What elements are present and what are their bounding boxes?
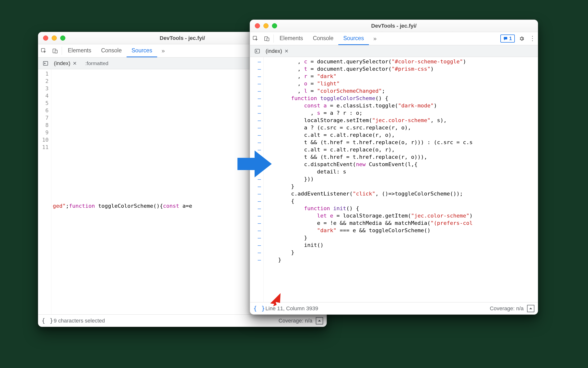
- zoom-window-button[interactable]: [272, 23, 277, 28]
- zoom-window-button[interactable]: [60, 35, 65, 41]
- file-tab-label: (index): [54, 60, 70, 67]
- minimize-window-button[interactable]: [263, 23, 269, 28]
- issues-count: 1: [509, 36, 512, 41]
- blue-arrow-annotation: [237, 148, 272, 180]
- tab-sources[interactable]: Sources: [127, 44, 157, 57]
- tab-console[interactable]: Console: [96, 44, 127, 57]
- status-bar: { } Line 11, Column 3939 Coverage: n/a: [250, 302, 538, 314]
- more-tabs-button[interactable]: »: [369, 32, 381, 45]
- open-files-bar: (index) ✕: [250, 45, 538, 57]
- red-arrow-annotation: [268, 292, 283, 306]
- titlebar: DevTools - jec.fyi/: [250, 20, 538, 32]
- tab-elements[interactable]: Elements: [63, 44, 96, 57]
- file-tab-index[interactable]: (index) ✕: [50, 58, 80, 69]
- device-toggle-icon[interactable]: [261, 32, 272, 45]
- status-bar: { } 9 characters selected Coverage: n/a: [38, 314, 327, 327]
- svg-rect-2: [55, 50, 57, 53]
- devtools-window-right: DevTools - jec.fyi/ Elements Console Sou…: [250, 20, 538, 315]
- close-tab-icon[interactable]: ✕: [73, 60, 77, 66]
- minimize-window-button[interactable]: [52, 35, 57, 41]
- file-tab-index[interactable]: (index) ✕: [262, 45, 292, 57]
- close-tab-icon[interactable]: ✕: [284, 48, 289, 54]
- show-navigator-icon[interactable]: [252, 48, 262, 54]
- window-title: DevTools - jec.fyi/: [250, 23, 538, 29]
- pretty-print-button[interactable]: { }: [253, 305, 265, 312]
- code-editor[interactable]: –––––––––––––––––––––––––––– , c = docum…: [250, 57, 538, 302]
- close-window-button[interactable]: [43, 35, 48, 41]
- tab-elements[interactable]: Elements: [275, 32, 308, 45]
- show-drawer-button[interactable]: [316, 317, 323, 324]
- coverage-text: Coverage: n/a: [490, 305, 524, 312]
- issues-badge[interactable]: 1: [500, 34, 515, 43]
- pretty-print-button[interactable]: { }: [42, 317, 54, 324]
- inspect-element-icon[interactable]: [38, 44, 49, 57]
- tab-sources[interactable]: Sources: [338, 32, 369, 45]
- device-toggle-icon[interactable]: [49, 44, 61, 57]
- traffic-lights: [38, 35, 65, 41]
- coverage-text: Coverage: n/a: [279, 318, 312, 324]
- tab-console[interactable]: Console: [308, 32, 338, 45]
- kebab-menu-icon[interactable]: ⋮: [527, 32, 538, 45]
- show-drawer-button[interactable]: [527, 305, 534, 312]
- close-window-button[interactable]: [255, 23, 260, 28]
- main-toolbar: Elements Console Sources » 1 ⋮: [250, 32, 538, 45]
- more-tabs-button[interactable]: »: [157, 44, 169, 57]
- code-content[interactable]: , c = document.querySelector("#color-sch…: [264, 57, 538, 302]
- status-text: 9 characters selected: [54, 318, 105, 324]
- traffic-lights: [250, 23, 277, 28]
- svg-rect-6: [267, 38, 269, 41]
- formatted-label: :formatted: [80, 60, 108, 66]
- settings-icon[interactable]: [516, 32, 527, 45]
- inspect-element-icon[interactable]: [250, 32, 261, 45]
- file-tab-label: (index): [266, 48, 282, 54]
- line-gutter: 1234567891011: [38, 69, 51, 314]
- show-navigator-icon[interactable]: [41, 61, 50, 66]
